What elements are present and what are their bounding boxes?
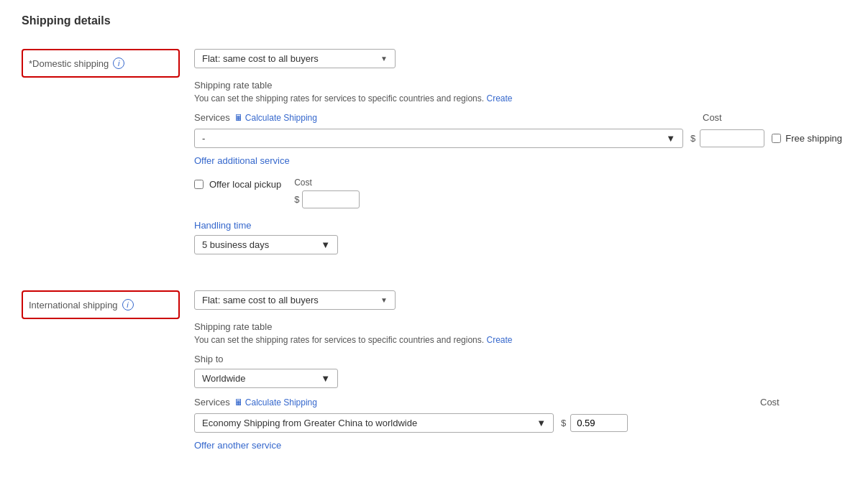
domestic-dollar-sign: $ [690, 133, 695, 144]
international-ship-to-label: Ship to [194, 354, 846, 364]
international-flat-arrow-icon: ▼ [380, 296, 388, 304]
international-create-link[interactable]: Create [486, 335, 512, 345]
international-cost-input-group: $ [561, 414, 628, 432]
domestic-shipping-section: *Domestic shipping i Flat: same cost to … [22, 42, 846, 262]
domestic-local-pickup-checkbox[interactable] [194, 180, 204, 189]
international-flat-option: Flat: same cost to all buyers [202, 295, 319, 305]
domestic-shipping-text: *Domestic shipping [29, 58, 109, 69]
international-ship-to-value: Worldwide [202, 373, 245, 384]
international-rate-table-section: Shipping rate table You can set the ship… [194, 321, 846, 345]
domestic-offer-additional-link[interactable]: Offer additional service [194, 155, 846, 166]
international-rate-table-title: Shipping rate table [194, 321, 846, 332]
domestic-handling-time-dropdown[interactable]: 5 business days ▼ [194, 235, 338, 254]
domestic-free-shipping-checkbox[interactable] [772, 134, 781, 143]
international-rate-table-desc: You can set the shipping rates for servi… [194, 335, 846, 345]
domestic-cost-input-group: $ [690, 129, 764, 147]
domestic-handling-time-value: 5 business days [202, 239, 269, 250]
domestic-services-label: Services [194, 112, 230, 123]
international-shipping-label: International shipping i [22, 290, 180, 319]
domestic-rate-table-desc: You can set the shipping rates for servi… [194, 93, 846, 104]
domestic-info-icon[interactable]: i [113, 58, 124, 69]
international-shipping-section: International shipping i Flat: same cost… [22, 283, 846, 451]
domestic-create-link[interactable]: Create [486, 93, 512, 104]
domestic-services-dropdown[interactable]: - ▼ [194, 129, 683, 148]
domestic-local-pickup-row: Offer local pickup Cost $ [194, 178, 846, 208]
international-info-icon[interactable]: i [122, 299, 134, 310]
international-ship-to-dropdown[interactable]: Worldwide ▼ [194, 369, 338, 388]
domestic-service-value: - [202, 133, 205, 144]
page-title: Shipping details [22, 14, 846, 27]
domestic-local-pickup-dollar: $ [294, 194, 299, 205]
international-cost-header: Cost [760, 397, 846, 408]
international-cost-input[interactable] [570, 414, 628, 432]
international-shipping-text: International shipping [29, 300, 118, 310]
domestic-handling-time-arrow-icon: ▼ [321, 239, 330, 250]
domestic-local-pickup-cost-label: Cost [294, 178, 360, 188]
domestic-calc-text: Calculate Shipping [245, 113, 317, 123]
international-service-value: Economy Shipping from Greater China to w… [202, 418, 417, 428]
international-calc-text: Calculate Shipping [245, 397, 317, 408]
international-calc-icon: 🖩 [234, 397, 243, 408]
domestic-local-pickup-cost-col: Cost $ [294, 178, 360, 208]
international-services-label: Services [194, 397, 230, 408]
domestic-rate-table-section: Shipping rate table You can set the ship… [194, 80, 846, 104]
international-services-header-row: Services 🖩 Calculate Shipping Cost [194, 397, 846, 408]
domestic-cost-input[interactable] [700, 129, 764, 147]
domestic-shipping-content: Flat: same cost to all buyers ▼ Shipping… [180, 42, 846, 262]
domestic-services-header-row: Services 🖩 Calculate Shipping Cost [194, 112, 846, 123]
domestic-cost-header: Cost [703, 112, 846, 123]
international-offer-another-link[interactable]: Offer another service [194, 440, 846, 451]
domestic-shipping-label: *Domestic shipping i [22, 49, 180, 78]
domestic-free-shipping-label: Free shipping [785, 133, 842, 144]
international-service-arrow-icon: ▼ [536, 418, 546, 428]
international-dollar-sign: $ [561, 418, 566, 428]
domestic-local-pickup-label: Offer local pickup [209, 179, 281, 190]
domestic-local-pickup-cost-input[interactable] [302, 190, 360, 208]
international-ship-to-section: Ship to Worldwide ▼ [194, 354, 846, 388]
domestic-calc-icon: 🖩 [234, 113, 243, 123]
domestic-flat-option: Flat: same cost to all buyers [202, 53, 319, 64]
international-services-input-row: Economy Shipping from Greater China to w… [194, 413, 846, 433]
international-ship-to-arrow-icon: ▼ [321, 373, 330, 384]
domestic-rate-table-title: Shipping rate table [194, 80, 846, 91]
domestic-services-input-row: - ▼ $ Free shipping [194, 129, 846, 148]
domestic-free-shipping-group: Free shipping [772, 133, 842, 144]
international-calc-link[interactable]: 🖩 Calculate Shipping [234, 397, 317, 408]
domestic-flat-dropdown[interactable]: Flat: same cost to all buyers ▼ [194, 49, 396, 68]
domestic-handling-time-section: Handling time 5 business days ▼ [194, 220, 846, 254]
domestic-flat-arrow-icon: ▼ [380, 55, 388, 63]
international-services-dropdown[interactable]: Economy Shipping from Greater China to w… [194, 413, 554, 433]
domestic-calc-link[interactable]: 🖩 Calculate Shipping [234, 113, 317, 123]
domestic-service-arrow-icon: ▼ [666, 133, 675, 144]
domestic-handling-time-label: Handling time [194, 220, 846, 231]
international-flat-dropdown[interactable]: Flat: same cost to all buyers ▼ [194, 290, 396, 310]
international-shipping-content: Flat: same cost to all buyers ▼ Shipping… [180, 283, 846, 451]
